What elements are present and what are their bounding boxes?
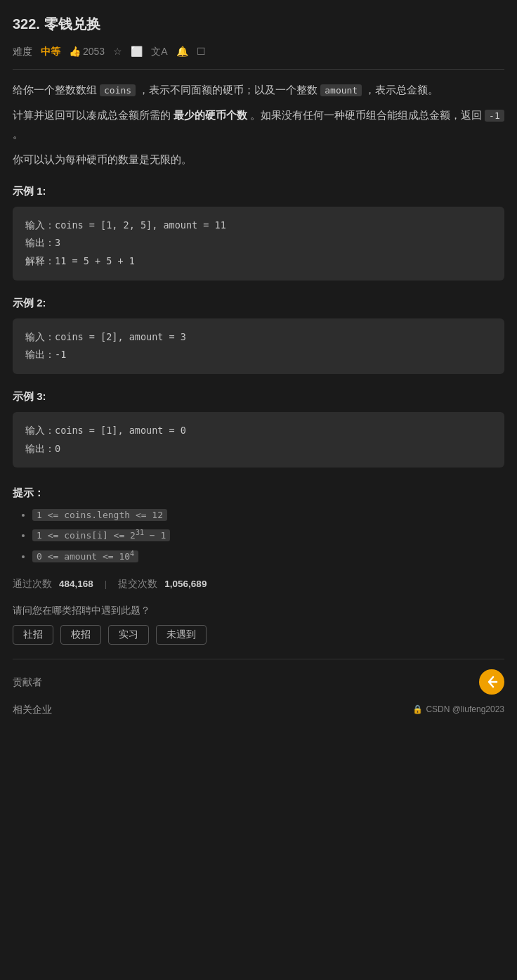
- translate-icon: 文A: [151, 44, 167, 59]
- example2-output: 输出：-1: [25, 346, 492, 364]
- bottom-bar: 相关企业 🔒 CSDN @liufeng2023: [13, 702, 504, 717]
- recruitment-btn-shixi[interactable]: 实习: [108, 625, 149, 645]
- pass-value: 484,168: [59, 576, 93, 592]
- hint-item-2: 1 <= coins[i] <= 231 − 1: [32, 527, 504, 543]
- description-line1: 给你一个整数数组 coins ，表示不同面额的硬币；以及一个整数 amount …: [13, 81, 504, 99]
- example1-explain: 解释：11 = 5 + 5 + 1: [25, 252, 492, 271]
- difficulty-value: 中等: [41, 44, 60, 59]
- csdn-icon: 🔒: [412, 703, 423, 716]
- example1-output: 输出：3: [25, 234, 492, 252]
- related-company-label: 相关企业: [13, 702, 52, 717]
- recruitment-btn-xiaozao[interactable]: 校招: [60, 625, 101, 645]
- problem-number: 322.: [13, 16, 40, 32]
- example3-output: 输出：0: [25, 440, 492, 458]
- csdn-credit: 🔒 CSDN @liufeng2023: [412, 703, 504, 716]
- submit-label: 提交次数: [118, 576, 157, 592]
- stats-divider: |: [105, 576, 107, 592]
- example3-title: 示例 3:: [13, 388, 504, 405]
- example1-title: 示例 1:: [13, 183, 504, 200]
- header-divider: [13, 69, 504, 70]
- hints-section: 提示： 1 <= coins.length <= 12 1 <= coins[i…: [13, 484, 504, 564]
- example1-input: 输入：coins = [1, 2, 5], amount = 11: [25, 217, 492, 235]
- example2-input: 输入：coins = [2], amount = 3: [25, 328, 492, 347]
- contributor-label: 贡献者: [13, 674, 42, 690]
- difficulty-label: 难度: [13, 44, 32, 59]
- main-container: 322. 零钱兑换 难度 中等 👍 2053 ☆ ⬜ 文A 🔔 ☐ 给你一个整数…: [0, 0, 517, 739]
- meta-row: 难度 中等 👍 2053 ☆ ⬜ 文A 🔔 ☐: [13, 44, 504, 59]
- recruitment-btn-none[interactable]: 未遇到: [156, 625, 207, 645]
- coins-inline-code: coins: [100, 84, 136, 96]
- thumb-up-icon: 👍: [69, 44, 81, 59]
- star-button[interactable]: ☆: [113, 44, 122, 59]
- example3-input: 输入：coins = [1], amount = 0: [25, 422, 492, 440]
- highlight-text: 最少的硬币个数: [174, 110, 247, 121]
- submit-value: 1,056,689: [164, 576, 207, 592]
- hints-title: 提示：: [13, 484, 504, 501]
- recruitment-btn-shezao[interactable]: 社招: [13, 625, 53, 645]
- like-button[interactable]: 👍 2053: [69, 44, 105, 59]
- like-count: 2053: [83, 44, 105, 59]
- leetcode-logo: [479, 669, 504, 695]
- hint-item-3: 0 <= amount <= 104: [32, 548, 504, 564]
- neg1-inline-code: -1: [485, 110, 504, 122]
- bell-button[interactable]: 🔔: [176, 44, 188, 59]
- description-line3: 你可以认为每种硬币的数量是无限的。: [13, 150, 504, 169]
- hint-item-1: 1 <= coins.length <= 12: [32, 508, 504, 523]
- bookmark-icon: ☐: [197, 44, 206, 59]
- example2-title: 示例 2:: [13, 295, 504, 311]
- recruitment-question: 请问您在哪类招聘中遇到此题？: [13, 603, 504, 619]
- description-line2: 计算并返回可以凑成总金额所需的 最少的硬币个数 。如果没有任何一种硬币组合能组成…: [13, 106, 504, 143]
- recruitment-section: 请问您在哪类招聘中遇到此题？ 社招 校招 实习 未遇到: [13, 603, 504, 645]
- example3-block: 输入：coins = [1], amount = 0 输出：0: [13, 412, 504, 468]
- star-icon: ☆: [113, 44, 122, 59]
- problem-title: 322. 零钱兑换: [13, 13, 504, 35]
- csdn-credit-text: CSDN @liufeng2023: [426, 703, 504, 716]
- share-button[interactable]: ⬜: [131, 44, 143, 59]
- share-icon: ⬜: [131, 44, 143, 59]
- contributor-section: 贡献者: [13, 659, 504, 695]
- bookmark-button[interactable]: ☐: [197, 44, 206, 59]
- recruitment-buttons: 社招 校招 实习 未遇到: [13, 625, 504, 645]
- stats-row: 通过次数 484,168 | 提交次数 1,056,689: [13, 576, 504, 592]
- problem-title-text: 零钱兑换: [44, 16, 100, 32]
- hints-list: 1 <= coins.length <= 12 1 <= coins[i] <=…: [13, 508, 504, 564]
- translate-button[interactable]: 文A: [151, 44, 167, 59]
- amount-inline-code: amount: [320, 84, 362, 96]
- example1-block: 输入：coins = [1, 2, 5], amount = 11 输出：3 解…: [13, 207, 504, 281]
- example2-block: 输入：coins = [2], amount = 3 输出：-1: [13, 318, 504, 374]
- bell-icon: 🔔: [176, 44, 188, 59]
- pass-label: 通过次数: [13, 576, 52, 592]
